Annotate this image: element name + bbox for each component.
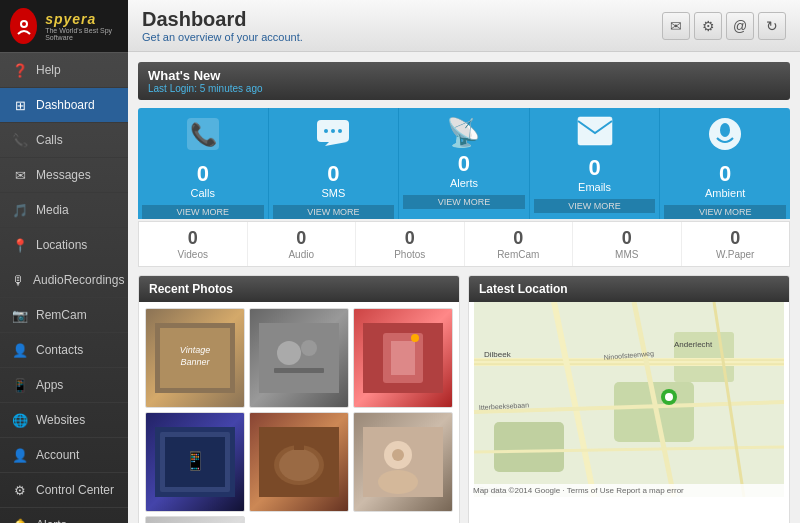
svg-point-23 [411,334,419,342]
mms-value: 0 [622,228,632,249]
sms-stat-value: 0 [327,161,339,187]
stat-calls: 📞 0 Calls VIEW MORE [138,108,269,219]
stat-emails: 0 Emails VIEW MORE [530,108,661,219]
alerts-stat-icon: 📡 [446,116,481,149]
logo-text: spyera The World's Best Spy Software [45,11,118,41]
settings-button[interactable]: ⚙ [694,12,722,40]
audio-value: 0 [296,228,306,249]
sidebar-item-calls[interactable]: 📞 Calls [0,123,128,158]
content-area: What's New Last Login: 5 minutes ago 📞 0… [128,52,800,523]
svg-point-35 [392,449,404,461]
svg-point-8 [338,129,342,133]
blue-stats-row: 📞 0 Calls VIEW MORE 0 [138,108,790,219]
whats-new-bar: What's New Last Login: 5 minutes ago [138,62,790,100]
sidebar-label-help: Help [36,63,61,77]
sidebar-item-help[interactable]: ❓ Help [0,53,128,88]
header-toolbar: ✉ ⚙ @ ↻ [662,12,786,40]
sidebar-item-alerts[interactable]: 🔔 Alerts [0,508,128,523]
svg-point-57 [665,393,673,401]
main-content: Dashboard Get an overview of your accoun… [128,0,800,523]
ambient-stat-icon [707,116,743,159]
photo-thumb-4[interactable]: 📱 [145,412,245,512]
sidebar-item-apps[interactable]: 📱 Apps [0,368,128,403]
help-icon: ❓ [12,62,28,78]
sidebar-label-account: Account [36,448,79,462]
remcam-label: RemCam [497,249,539,260]
map-footer: Map data ©2014 Google · Terms of Use Rep… [469,484,789,497]
account-icon: 👤 [12,447,28,463]
refresh-button[interactable]: ↻ [758,12,786,40]
contacts-icon: 👤 [12,342,28,358]
locations-icon: 📍 [12,237,28,253]
emails-stat-icon [577,116,613,153]
emails-view-more[interactable]: VIEW MORE [534,199,656,213]
email-button[interactable]: ✉ [662,12,690,40]
calls-view-more[interactable]: VIEW MORE [142,205,264,219]
sidebar-label-dashboard: Dashboard [36,98,95,112]
recent-photos-header: Recent Photos [139,276,459,302]
audio-label: Audio [288,249,314,260]
svg-rect-31 [294,442,304,450]
control-center-icon: ⚙ [12,482,28,498]
calls-stat-icon: 📞 [185,116,221,159]
page-header: Dashboard Get an overview of your accoun… [128,0,800,52]
photo-thumb-2[interactable] [249,308,349,408]
ambient-view-more[interactable]: VIEW MORE [664,205,786,219]
stat-alerts: 📡 0 Alerts VIEW MORE [399,108,530,219]
photo-thumb-5[interactable] [249,412,349,512]
whats-new-title: What's New [148,68,780,83]
logo-icon [10,8,37,44]
sidebar-item-remcam[interactable]: 📷 RemCam [0,298,128,333]
sidebar-item-dashboard[interactable]: ⊞ Dashboard [0,88,128,123]
svg-point-6 [324,129,328,133]
stat-photos: 0 Photos [356,222,465,266]
svg-text:Banner: Banner [180,357,210,367]
sidebar-label-apps: Apps [36,378,63,392]
recent-photos-panel: Recent Photos Vintage Banner [138,275,460,523]
photo-thumb-7[interactable] [145,516,245,523]
map-area[interactable]: Dilbeek Anderlecht Ninoofsteenweg Itterb… [469,302,789,497]
emails-stat-value: 0 [588,155,600,181]
sidebar-item-locations[interactable]: 📍 Locations [0,228,128,263]
page-title: Dashboard [142,8,303,31]
media-icon: 🎵 [12,202,28,218]
svg-point-7 [331,129,335,133]
svg-point-34 [378,470,418,494]
calls-icon: 📞 [12,132,28,148]
stat-remcam: 0 RemCam [465,222,574,266]
map-svg: Dilbeek Anderlecht Ninoofsteenweg Itterb… [469,302,789,497]
sms-view-more[interactable]: VIEW MORE [273,205,395,219]
photo-thumb-3[interactable] [353,308,453,408]
sidebar-item-control-center[interactable]: ⚙ Control Center [0,473,128,508]
stat-sms: 0 SMS VIEW MORE [269,108,400,219]
svg-point-18 [301,340,317,356]
photo-thumb-6[interactable] [353,412,453,512]
sidebar-item-messages[interactable]: ✉ Messages [0,158,128,193]
sidebar-item-contacts[interactable]: 👤 Contacts [0,333,128,368]
alerts-icon: 🔔 [12,517,28,523]
photos-value: 0 [405,228,415,249]
ambient-stat-label: Ambient [705,187,745,199]
at-button[interactable]: @ [726,12,754,40]
sidebar-item-audio-recordings[interactable]: 🎙 AudioRecordings [0,263,128,298]
white-stats-row: 0 Videos 0 Audio 0 Photos 0 RemCam 0 MMS… [138,221,790,267]
svg-rect-43 [494,422,564,472]
svg-point-2 [22,22,26,26]
sidebar-item-websites[interactable]: 🌐 Websites [0,403,128,438]
calls-stat-value: 0 [197,161,209,187]
sidebar-item-media[interactable]: 🎵 Media [0,193,128,228]
dashboard-icon: ⊞ [12,97,28,113]
svg-point-30 [279,449,319,481]
stat-wpaper: 0 W.Paper [682,222,790,266]
photo-thumb-1[interactable]: Vintage Banner [145,308,245,408]
sidebar-item-account[interactable]: 👤 Account [0,438,128,473]
svg-rect-9 [578,117,612,145]
photos-label: Photos [394,249,425,260]
stat-videos: 0 Videos [139,222,248,266]
emails-stat-label: Emails [578,181,611,193]
logo-sub-text: The World's Best Spy Software [45,27,118,41]
svg-text:📞: 📞 [189,121,217,148]
remcam-icon: 📷 [12,307,28,323]
bottom-panels: Recent Photos Vintage Banner [138,275,790,523]
alerts-view-more[interactable]: VIEW MORE [403,195,525,209]
